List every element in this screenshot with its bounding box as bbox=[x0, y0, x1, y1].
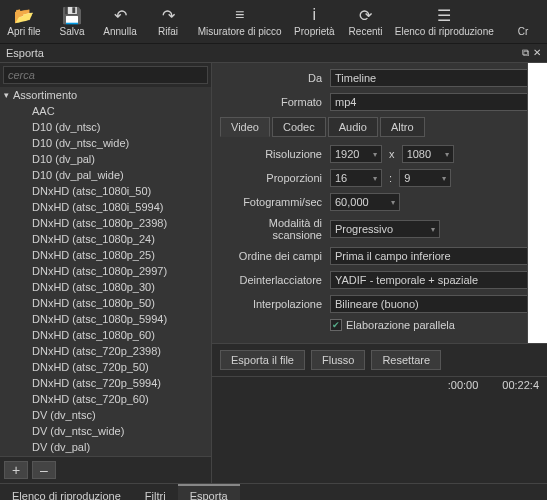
tree-item[interactable]: DNxHD (atsc_1080p_24) bbox=[0, 231, 211, 247]
preset-tree: Assortimento AACD10 (dv_ntsc)D10 (dv_nts… bbox=[0, 87, 211, 456]
tree-item[interactable]: D10 (dv_pal) bbox=[0, 151, 211, 167]
aspect-width-input[interactable]: 16 bbox=[330, 169, 382, 187]
properties-button[interactable]: iProprietà bbox=[287, 2, 341, 41]
remove-preset-button[interactable]: – bbox=[32, 461, 56, 479]
aspect-label: Proporzioni bbox=[220, 172, 330, 184]
tree-item[interactable]: DNxHD (atsc_1080p_50) bbox=[0, 295, 211, 311]
scan-label: Modalità di scansione bbox=[220, 217, 330, 241]
tree-item[interactable]: DNxHD (atsc_720p_60) bbox=[0, 391, 211, 407]
tab-codec[interactable]: Codec bbox=[272, 117, 326, 137]
redo-button[interactable]: ↷Rifai bbox=[144, 2, 192, 41]
search-input[interactable] bbox=[3, 66, 208, 84]
tree-item[interactable]: DNxHD (atsc_1080p_30) bbox=[0, 279, 211, 295]
peak-meter-icon: ≡ bbox=[235, 6, 244, 24]
stream-button[interactable]: Flusso bbox=[311, 350, 365, 370]
undo-button[interactable]: ↶Annulla bbox=[96, 2, 144, 41]
interpolation-select[interactable]: Bilineare (buono) bbox=[330, 295, 539, 313]
playlist-icon: ☰ bbox=[437, 6, 451, 24]
redo-icon: ↷ bbox=[162, 6, 175, 24]
tree-item[interactable]: DV (dv_pal) bbox=[0, 439, 211, 455]
field-order-select[interactable]: Prima il campo inferiore bbox=[330, 247, 539, 265]
peak-meter-button[interactable]: ≡Misuratore di picco bbox=[192, 2, 287, 41]
tree-item[interactable]: D10 (dv_pal_wide) bbox=[0, 167, 211, 183]
properties-icon: i bbox=[313, 6, 317, 24]
tree-item[interactable]: D10 (dv_ntsc) bbox=[0, 119, 211, 135]
interpolation-label: Interpolazione bbox=[220, 298, 330, 310]
open-file-button[interactable]: 📂Apri file bbox=[0, 2, 48, 41]
deinterlacer-select[interactable]: YADIF - temporale + spaziale bbox=[330, 271, 539, 289]
format-select[interactable]: mp4 bbox=[330, 93, 539, 111]
save-button[interactable]: 💾Salva bbox=[48, 2, 96, 41]
reset-button[interactable]: Resettare bbox=[371, 350, 441, 370]
parallel-checkbox[interactable]: ✔ Elaborazione parallela bbox=[330, 319, 539, 331]
bottom-tab-export[interactable]: Esporta bbox=[178, 484, 240, 500]
panel-title: Esporta bbox=[6, 47, 44, 59]
from-label: Da bbox=[220, 72, 330, 84]
tree-item[interactable]: DNxHD (atsc_1080p_5994) bbox=[0, 311, 211, 327]
open-file-icon: 📂 bbox=[14, 6, 34, 24]
tree-item[interactable]: DV (dv_ntsc_wide) bbox=[0, 423, 211, 439]
preview-pane bbox=[527, 63, 547, 343]
tree-item[interactable]: AAC bbox=[0, 103, 211, 119]
recent-icon: ⟳ bbox=[359, 6, 372, 24]
from-select[interactable]: Timeline bbox=[330, 69, 539, 87]
panel-close-icon[interactable]: ✕ bbox=[533, 47, 541, 59]
recent-button[interactable]: ⟳Recenti bbox=[342, 2, 390, 41]
tree-item[interactable]: DNxHD (atsc_1080i_5994) bbox=[0, 199, 211, 215]
resolution-label: Risoluzione bbox=[220, 148, 330, 160]
aspect-sep: : bbox=[389, 172, 392, 184]
undo-icon: ↶ bbox=[114, 6, 127, 24]
add-preset-button[interactable]: + bbox=[4, 461, 28, 479]
fps-input[interactable]: 60,000 bbox=[330, 193, 400, 211]
playlist-button[interactable]: ☰Elenco di riproduzione bbox=[390, 2, 499, 41]
bottom-tab-playlist[interactable]: Elenco di riproduzione bbox=[0, 484, 133, 500]
tab-audio[interactable]: Audio bbox=[328, 117, 378, 137]
format-label: Formato bbox=[220, 96, 330, 108]
tree-item[interactable]: DNxHD (atsc_1080p_2997) bbox=[0, 263, 211, 279]
resolution-height-input[interactable]: 1080 bbox=[402, 145, 454, 163]
bottom-tab-filters[interactable]: Filtri bbox=[133, 484, 178, 500]
timeline-cut-button[interactable]: Cr bbox=[499, 2, 547, 41]
tree-item[interactable]: DNxHD (atsc_720p_5994) bbox=[0, 375, 211, 391]
tree-item[interactable]: DNxHD (atsc_1080p_2398) bbox=[0, 215, 211, 231]
tab-altro[interactable]: Altro bbox=[380, 117, 425, 137]
tree-item[interactable]: DV (dv_ntsc) bbox=[0, 407, 211, 423]
main-toolbar: 📂Apri file💾Salva↶Annulla↷Rifai≡Misurator… bbox=[0, 0, 547, 44]
save-icon: 💾 bbox=[62, 6, 82, 24]
fps-label: Fotogrammi/sec bbox=[220, 196, 330, 208]
check-icon: ✔ bbox=[330, 319, 342, 331]
tree-item[interactable]: DNxHD (atsc_720p_50) bbox=[0, 359, 211, 375]
tree-item[interactable]: DNxHD (atsc_1080p_25) bbox=[0, 247, 211, 263]
tree-item[interactable]: DNxHD (atsc_1080i_50) bbox=[0, 183, 211, 199]
panel-undock-icon[interactable]: ⧉ bbox=[522, 47, 529, 59]
tree-group-assortimento[interactable]: Assortimento bbox=[0, 87, 211, 103]
export-panel-header: Esporta ⧉ ✕ bbox=[0, 44, 547, 63]
resolution-sep: x bbox=[389, 148, 395, 160]
tree-item[interactable]: D10 (dv_ntsc_wide) bbox=[0, 135, 211, 151]
field-order-label: Ordine dei campi bbox=[220, 250, 330, 262]
export-file-button[interactable]: Esporta il file bbox=[220, 350, 305, 370]
tab-video[interactable]: Video bbox=[220, 117, 270, 137]
time-2: 00:22:4 bbox=[502, 379, 539, 391]
scan-select[interactable]: Progressivo bbox=[330, 220, 440, 238]
parallel-label: Elaborazione parallela bbox=[346, 319, 455, 331]
time-1: :00:00 bbox=[448, 379, 479, 391]
resolution-width-input[interactable]: 1920 bbox=[330, 145, 382, 163]
aspect-height-input[interactable]: 9 bbox=[399, 169, 451, 187]
tree-item[interactable]: DNxHD (atsc_720p_2398) bbox=[0, 343, 211, 359]
tree-item[interactable]: DNxHD (atsc_1080p_60) bbox=[0, 327, 211, 343]
deinterlacer-label: Deinterlacciatore bbox=[220, 274, 330, 286]
